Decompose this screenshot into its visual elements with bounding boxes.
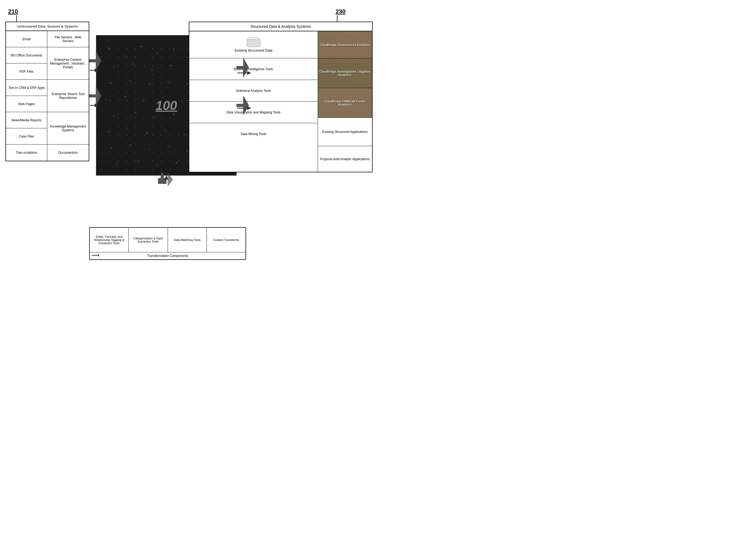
right-panel: Structured Data & Analysis Systems Exist… xyxy=(189,21,373,172)
list-item: Data Visualization and Mapping Tools xyxy=(189,102,318,123)
svg-text:✦: ✦ xyxy=(129,79,131,82)
right-panel-title: Structured Data & Analysis Systems xyxy=(189,22,372,31)
list-item: News/Media Reports xyxy=(6,112,47,128)
left-column: Email MS Office Documents PDF Files Text… xyxy=(6,31,47,161)
svg-text:✦: ✦ xyxy=(169,63,172,68)
svg-text:✦: ✦ xyxy=(113,66,115,69)
svg-text:✦: ✦ xyxy=(186,83,189,86)
list-item: Enterprise Search Tool Repositories xyxy=(47,80,89,112)
cylinder-icon xyxy=(247,37,260,47)
list-item: Case Files xyxy=(6,128,47,145)
list-item: Business Intelligence Tools xyxy=(189,58,318,80)
ref-line-210 xyxy=(16,16,17,22)
clarabridge-crm: ClaraBridge CRM/Call Center Analytics xyxy=(318,88,372,118)
list-item: Entity, Concept, and Relationship Taggin… xyxy=(90,228,129,252)
svg-text:✦: ✦ xyxy=(132,62,134,66)
svg-text:✦: ✦ xyxy=(124,94,126,99)
list-item: PDF Files xyxy=(6,63,47,80)
clarabridge-label: ClaraBridge Investigation/ Litigation An… xyxy=(318,69,372,78)
right-main-column: Existing Structured Data Business Intell… xyxy=(189,31,318,172)
svg-text:✦: ✦ xyxy=(145,131,148,135)
existing-structured-applications: Existing Structured Applications xyxy=(318,118,372,146)
list-item: Custom Transforms xyxy=(207,228,245,252)
list-item: File Servers , Web Servers xyxy=(47,31,89,47)
list-item: Documentum xyxy=(47,145,89,161)
list-item: Email xyxy=(6,31,47,47)
svg-rect-67 xyxy=(161,176,163,184)
svg-text:✦: ✦ xyxy=(175,161,178,165)
transform-footer: Transformation Components xyxy=(90,252,245,259)
svg-text:✦: ✦ xyxy=(116,163,118,166)
left-panel-inner: Email MS Office Documents PDF Files Text… xyxy=(6,31,89,161)
center-number: 100 xyxy=(156,98,177,113)
list-item: Statistical Analysis Tools xyxy=(189,80,318,102)
svg-text:✦: ✦ xyxy=(167,80,169,84)
svg-text:✦: ✦ xyxy=(110,81,113,85)
svg-marker-73 xyxy=(164,175,168,180)
list-item: MS Office Documents xyxy=(6,47,47,63)
svg-text:✦: ✦ xyxy=(107,130,110,134)
svg-text:✦: ✦ xyxy=(186,149,188,152)
transform-panel: Entity, Concept, and Relationship Taggin… xyxy=(89,227,246,260)
list-item: Web Pages xyxy=(6,96,47,112)
svg-text:✦: ✦ xyxy=(172,47,175,51)
clarabridge-label: ClaraBridge Unstructured Analytics xyxy=(319,42,371,48)
svg-text:✦: ✦ xyxy=(129,143,132,147)
list-item: Tran-scriptions xyxy=(6,145,47,161)
svg-text:✦: ✦ xyxy=(164,129,166,132)
svg-text:✦: ✦ xyxy=(183,132,186,136)
ref-230: 230 xyxy=(336,8,345,15)
svg-text:✦: ✦ xyxy=(126,128,128,131)
svg-text:✦: ✦ xyxy=(153,116,156,118)
svg-text:✦: ✦ xyxy=(167,145,169,149)
list-item: Knowledge Management Systems xyxy=(47,112,89,145)
right-panel-inner: Existing Structured Data Business Intell… xyxy=(189,31,372,172)
svg-text:✦: ✦ xyxy=(156,164,159,167)
svg-text:✦: ✦ xyxy=(124,55,126,58)
list-item: Enterprise Content Management , Intranet… xyxy=(47,47,89,80)
list-item: Categorization & Topic Extraction Tools xyxy=(129,228,168,252)
ref-210: 210 xyxy=(8,8,18,15)
existing-structured-label: Existing Structured Data xyxy=(234,49,272,52)
svg-text:✦: ✦ xyxy=(148,148,150,151)
right-side-column: ClaraBridge Unstructured Analytics Clara… xyxy=(318,31,372,172)
svg-text:✦: ✦ xyxy=(113,114,115,117)
purpose-built-analytic: Purpose-built Analytic Applications xyxy=(318,146,372,172)
svg-text:✦: ✦ xyxy=(134,111,137,115)
clarabridge-label: ClaraBridge CRM/Call Center Analytics xyxy=(318,99,372,107)
svg-text:✦: ✦ xyxy=(110,147,113,150)
left-panel-title: Unstructured Data, Sources & Systems xyxy=(6,22,89,31)
clarabridge-unstructured: ClaraBridge Unstructured Analytics xyxy=(318,31,372,58)
list-item: Data Matching Tools xyxy=(168,228,207,252)
clarabridge-investigation: ClaraBridge Investigation/ Litigation An… xyxy=(318,58,372,88)
svg-text:✦: ✦ xyxy=(151,68,153,71)
svg-text:✦: ✦ xyxy=(142,99,145,102)
list-item: Text in CRM & ERP Apps xyxy=(6,80,47,96)
existing-structured-data: Existing Structured Data xyxy=(189,31,318,58)
svg-text:✦: ✦ xyxy=(148,82,151,86)
svg-text:✦: ✦ xyxy=(180,100,183,104)
svg-text:✦: ✦ xyxy=(107,46,110,50)
svg-text:✦: ✦ xyxy=(105,98,107,101)
list-item: Data Mining Tools xyxy=(189,123,318,145)
ref-line-230 xyxy=(337,16,338,22)
diagram-container: 210 230 220 Unstructured Data, Sources &… xyxy=(0,0,378,268)
right-column: File Servers , Web Servers Enterprise Co… xyxy=(47,31,89,161)
svg-text:✦: ✦ xyxy=(137,160,140,163)
svg-text:✦: ✦ xyxy=(156,52,159,55)
svg-text:✦: ✦ xyxy=(140,44,143,49)
cylinder-body xyxy=(247,40,260,47)
left-panel: Unstructured Data, Sources & Systems Ema… xyxy=(5,21,89,161)
transform-inner: Entity, Concept, and Relationship Taggin… xyxy=(90,228,245,252)
